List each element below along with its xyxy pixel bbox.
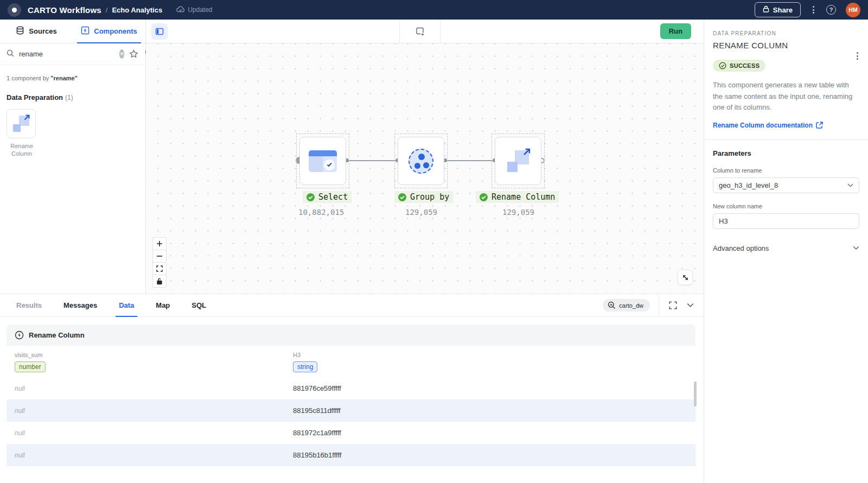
- rename-column-icon: [7, 109, 36, 138]
- expand-panel-button[interactable]: [669, 301, 677, 309]
- workflow-canvas[interactable]: Select 10,882,015 Group by 129,059: [146, 43, 704, 293]
- results-panel: Results Messages Data Map SQL carto_dw: [0, 294, 704, 483]
- zoom-out-button[interactable]: [152, 250, 167, 263]
- chevron-down-icon: [853, 246, 859, 250]
- data-preview-table: Rename Column visits_sum number H3 strin…: [7, 325, 695, 466]
- column-type-badge: number: [15, 361, 46, 372]
- groupby-node-icon: [409, 149, 433, 174]
- run-button[interactable]: Run: [660, 23, 691, 39]
- search-result-summary: 1 component by "rename": [0, 65, 145, 81]
- components-icon: [81, 26, 90, 36]
- add-annotation-button[interactable]: [400, 20, 440, 43]
- workflow-canvas-area: Run: [146, 20, 704, 294]
- app-title: CARTO Workflows: [28, 5, 101, 15]
- lock-canvas-button[interactable]: [152, 275, 167, 288]
- column-to-rename-label: Column to rename: [713, 167, 859, 174]
- tab-components-label: Components: [94, 27, 137, 35]
- lock-icon: [763, 5, 769, 14]
- more-options-button[interactable]: [810, 4, 816, 16]
- new-column-name-input[interactable]: [713, 213, 859, 229]
- zoom-in-button[interactable]: [152, 237, 167, 250]
- table-row[interactable]: null 88195b16b1fffff: [7, 444, 695, 466]
- carto-workflows-app: CARTO Workflows / Echo Analytics Updated: [0, 0, 868, 483]
- toggle-sidebar-button[interactable]: [151, 23, 168, 40]
- divider: [659, 294, 659, 317]
- column-type-badge: string: [293, 361, 317, 372]
- carto-logo-icon: [8, 3, 21, 17]
- table-scrollbar[interactable]: [694, 382, 697, 406]
- divider: [704, 139, 868, 140]
- expand-canvas-button[interactable]: [678, 270, 693, 285]
- table-column-headers: visits_sum number H3 string: [7, 346, 695, 372]
- inspector-category: DATA PREPARATION: [713, 30, 859, 36]
- component-search: ✕: [0, 43, 145, 65]
- success-check-icon: [398, 193, 406, 201]
- chevron-down-icon: [847, 183, 853, 187]
- edge-select-groupby: [348, 160, 398, 161]
- tab-map[interactable]: Map: [145, 294, 181, 317]
- workflow-name[interactable]: Echo Analytics: [112, 6, 162, 14]
- cloud-check-icon: [176, 6, 185, 14]
- results-tabs: Results Messages Data Map SQL carto_dw: [0, 294, 704, 317]
- node-rename-column[interactable]: [495, 137, 541, 185]
- inspector-title: RENAME COLUMN: [713, 41, 859, 50]
- category-heading: Data Preparation(1): [0, 81, 145, 101]
- tab-components[interactable]: Components: [73, 20, 145, 43]
- data-explorer-icon: [608, 301, 616, 309]
- tab-sources[interactable]: Sources: [0, 20, 73, 43]
- clear-search-icon[interactable]: ✕: [119, 49, 124, 59]
- canvas-toolbar: Run: [146, 20, 704, 43]
- collapse-panel-button[interactable]: [687, 303, 694, 308]
- tab-sql[interactable]: SQL: [181, 294, 217, 317]
- save-status-label: Updated: [188, 6, 212, 14]
- node-rename-count: 129,059: [502, 208, 534, 217]
- save-status: Updated: [176, 6, 212, 14]
- tab-results[interactable]: Results: [5, 294, 53, 317]
- fit-view-button[interactable]: [152, 262, 167, 275]
- tab-data[interactable]: Data: [108, 294, 145, 317]
- column-name: H3: [293, 352, 695, 358]
- column-to-rename-select[interactable]: geo_h3_id_level_8: [713, 177, 859, 193]
- edge-groupby-rename: [446, 160, 495, 161]
- tab-messages[interactable]: Messages: [53, 294, 108, 317]
- node-select-label: Select: [303, 191, 352, 203]
- share-button[interactable]: Share: [755, 2, 801, 17]
- table-row[interactable]: null 881976ce59fffff: [7, 377, 695, 399]
- success-check-icon: [307, 193, 315, 201]
- inspector-options-button[interactable]: [854, 50, 860, 62]
- node-inspector-panel: DATA PREPARATION RENAME COLUMN SUCCESS T…: [704, 20, 868, 483]
- table-rows: null 881976ce59fffff null 88195c811dffff…: [7, 377, 695, 466]
- components-sidebar: Sources Components ✕: [0, 20, 146, 294]
- search-icon: [7, 49, 14, 59]
- search-input[interactable]: [19, 50, 114, 58]
- help-button[interactable]: ?: [826, 5, 836, 15]
- success-check-icon: [719, 62, 726, 69]
- node-select-count: 10,882,015: [298, 208, 344, 217]
- top-bar: CARTO Workflows / Echo Analytics Updated: [0, 0, 868, 20]
- component-card-rename-column[interactable]: Rename Column: [7, 109, 37, 158]
- select-node-icon: [309, 150, 337, 172]
- node-groupby[interactable]: [398, 137, 444, 185]
- external-link-icon: [816, 122, 823, 129]
- table-row[interactable]: null 88195c811dfffff: [7, 399, 695, 422]
- connection-badge[interactable]: carto_dw: [603, 299, 650, 312]
- node-groupby-count: 129,059: [405, 208, 437, 217]
- node-select[interactable]: [299, 137, 346, 185]
- component-card-label: Rename Column: [7, 142, 37, 158]
- sidebar-tabs: Sources Components: [0, 20, 145, 43]
- rename-node-icon: [507, 150, 529, 172]
- database-icon: [16, 26, 24, 36]
- component-result-icon: [15, 331, 24, 340]
- node-groupby-label: Group by: [394, 191, 453, 203]
- breadcrumb-separator: /: [106, 6, 108, 14]
- favorites-filter-button[interactable]: [129, 49, 138, 59]
- table-row[interactable]: null 881972c1a9fffff: [7, 422, 695, 444]
- tab-sources-label: Sources: [29, 27, 56, 35]
- status-badge: SUCCESS: [713, 60, 765, 72]
- table-section-header[interactable]: Rename Column: [7, 325, 695, 346]
- column-name: visits_sum: [15, 352, 293, 358]
- component-description: This component generates a new table wit…: [713, 80, 859, 113]
- advanced-options-toggle[interactable]: Advanced options: [713, 244, 859, 252]
- avatar[interactable]: HM: [846, 3, 860, 17]
- documentation-link[interactable]: Rename Column documentation: [713, 122, 823, 129]
